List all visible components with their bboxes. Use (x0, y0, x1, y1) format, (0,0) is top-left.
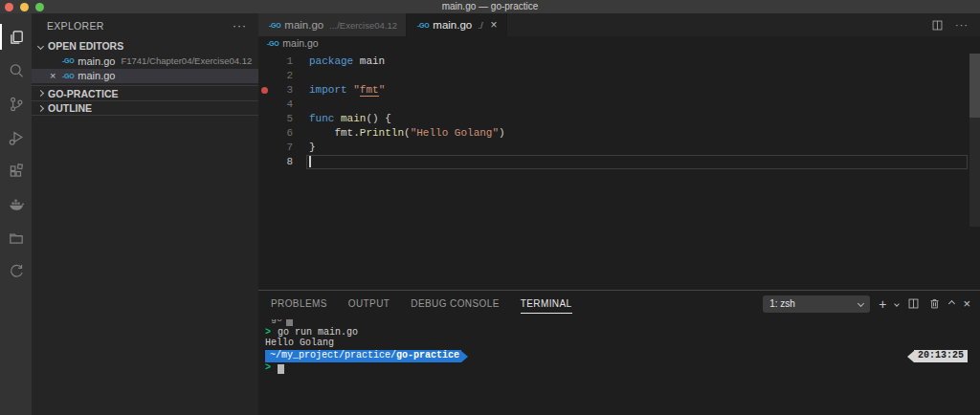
close-tab-icon[interactable]: × (491, 19, 498, 31)
code-line[interactable]: 3import "fmt" (258, 83, 980, 98)
breakpoint-gutter[interactable] (258, 141, 274, 155)
breakpoint-gutter[interactable] (258, 98, 274, 112)
code-line[interactable]: 5func main() { (258, 112, 980, 126)
folder-section-header[interactable]: GO-PRACTICE (32, 85, 258, 100)
editor-more-actions-icon[interactable]: ··· (955, 19, 969, 31)
open-editor-name: main.go (78, 70, 115, 81)
go-file-icon: -GO (267, 40, 278, 47)
line-number: 3 (274, 83, 293, 98)
line-number: 4 (274, 98, 293, 112)
tab-description: .../Exercise04.12 (329, 20, 397, 31)
code-text: func main() { (309, 112, 391, 126)
code-text: fmt.Println("Hello Golang") (309, 126, 505, 141)
terminal-output-area[interactable]: go > go run main.go Hello Golang ~/my_pr… (258, 317, 980, 415)
project-folder-icon[interactable] (0, 221, 32, 254)
run-debug-icon[interactable] (0, 120, 32, 154)
terminal-output-text: Hello Golang (265, 339, 334, 349)
code-line[interactable]: 2 (258, 69, 980, 83)
powerline-arrow-left (907, 351, 914, 362)
activity-bar (0, 13, 32, 415)
breakpoint-gutter[interactable] (258, 112, 274, 126)
explorer-more-actions[interactable]: ··· (233, 19, 247, 33)
title-bar: main.go — go-practice (0, 0, 980, 13)
prompt-symbol: > (265, 363, 272, 374)
terminal-cursor (278, 364, 284, 374)
code-text: } (309, 141, 316, 155)
tab-problems[interactable]: PROBLEMS (271, 295, 327, 313)
code-text: import "fmt" (309, 83, 385, 98)
line-number: 6 (274, 126, 293, 141)
code-line[interactable]: 1package main (258, 55, 980, 69)
breakpoint-gutter[interactable] (258, 55, 274, 69)
breakpoint-gutter[interactable] (258, 155, 274, 169)
code-line[interactable]: 8 (258, 155, 980, 169)
go-file-icon: -GO (417, 22, 429, 29)
outline-section-header[interactable]: OUTLINE (32, 100, 258, 116)
code-line[interactable]: 6 fmt.Println("Hello Golang") (258, 126, 980, 141)
tab-description: ./ (478, 20, 482, 31)
time-chip: 20:13:25 (914, 350, 968, 362)
line-number: 7 (274, 141, 293, 155)
line-number: 5 (274, 112, 293, 126)
current-line-highlight (306, 155, 968, 169)
open-editor-item[interactable]: -GO main.go F1741/Chapter04/Exercise04.1… (32, 54, 258, 69)
tab-output[interactable]: OUTPUT (348, 295, 390, 313)
terminal-select-value: 1: zsh (769, 298, 795, 309)
breadcrumb-file: main.go (282, 37, 318, 49)
line-number: 1 (274, 55, 293, 69)
powerline-arrow-right (461, 351, 468, 362)
chevron-down-icon (37, 42, 44, 49)
docker-icon[interactable] (0, 187, 32, 221)
code-line[interactable]: 7} (258, 141, 980, 155)
terminal-select[interactable]: 1: zsh (763, 295, 870, 313)
cwd-chip: ~/my_project/practice/go-practice (265, 350, 461, 362)
chevron-right-icon (37, 90, 44, 97)
split-editor-icon[interactable] (931, 19, 944, 32)
new-terminal-icon[interactable]: + (879, 297, 886, 311)
breakpoint-dot[interactable] (258, 83, 274, 98)
code-text: package main (309, 55, 385, 69)
explorer-sidebar: EXPLORER ··· OPEN EDITORS -GO main.go F1… (32, 13, 258, 415)
sidebar-title: EXPLORER (47, 20, 104, 32)
search-icon[interactable] (0, 54, 32, 87)
close-icon[interactable]: × (50, 71, 60, 81)
tab-main-go-root[interactable]: -GO main.go ./ × (407, 13, 507, 36)
breakpoint-gutter[interactable] (258, 126, 274, 141)
maximize-panel-icon[interactable] (948, 300, 955, 307)
editor-tab-bar: -GO main.go .../Exercise04.12 -GO main.g… (258, 13, 980, 36)
open-editor-name: main.go (78, 55, 115, 67)
new-terminal-dropdown-icon[interactable] (895, 301, 901, 307)
bottom-panel: PROBLEMS OUTPUT DEBUG CONSOLE TERMINAL 1… (258, 290, 980, 415)
code-editor[interactable]: 1package main23import "fmt"45func main()… (258, 50, 980, 290)
panel-header: PROBLEMS OUTPUT DEBUG CONSOLE TERMINAL 1… (258, 291, 980, 317)
chevron-right-icon (37, 104, 44, 111)
open-editors-section-header[interactable]: OPEN EDITORS (32, 38, 258, 54)
breakpoint-gutter[interactable] (258, 69, 274, 83)
source-control-icon[interactable] (0, 87, 32, 120)
extensions-icon[interactable] (0, 154, 32, 187)
open-editor-path: F1741/Chapter04/Exercise04.12 (121, 55, 252, 66)
vscode-window: main.go — go-practice (0, 0, 980, 415)
go-file-icon: -GO (62, 73, 74, 79)
curved-arrow-icon[interactable] (0, 254, 32, 288)
tab-label: main.go (284, 19, 323, 31)
tab-terminal[interactable]: TERMINAL (521, 295, 572, 314)
split-terminal-icon[interactable] (907, 297, 920, 310)
open-editor-item-selected[interactable]: × -GO main.go (32, 69, 258, 84)
line-number: 2 (274, 69, 293, 83)
close-panel-icon[interactable]: × (963, 297, 970, 310)
tab-debug-console[interactable]: DEBUG CONSOLE (411, 295, 499, 313)
editor-scrollbar-thumb[interactable] (969, 54, 980, 118)
breadcrumb[interactable]: -GO main.go (258, 36, 980, 50)
window-title: main.go — go-practice (0, 0, 980, 13)
code-line[interactable]: 4 (258, 98, 980, 112)
editor-scrollbar-track (969, 118, 980, 227)
go-file-icon: -GO (62, 57, 74, 64)
tab-main-go-exercise[interactable]: -GO main.go .../Exercise04.12 (258, 13, 407, 36)
kill-terminal-trash-icon[interactable] (928, 297, 941, 310)
tab-label: main.go (433, 19, 472, 31)
explorer-icon[interactable] (0, 20, 32, 54)
code-lines: 1package main23import "fmt"45func main()… (258, 55, 980, 169)
text-cursor (309, 156, 311, 167)
terminal-scrollback-fragment: go (265, 319, 980, 326)
